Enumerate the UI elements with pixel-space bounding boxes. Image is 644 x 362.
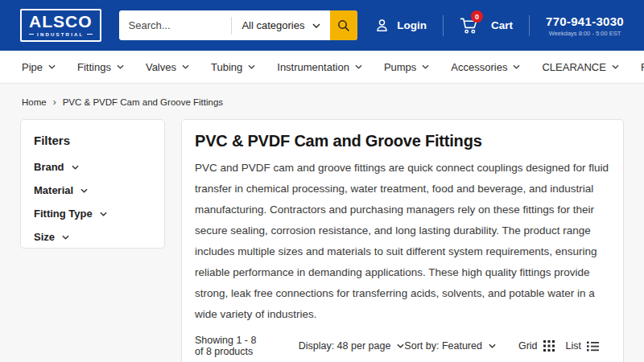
cart-count-badge: 0 <box>471 10 483 23</box>
filters-title: Filters <box>34 134 151 147</box>
chevron-down-icon <box>612 64 619 69</box>
listing-toolbar: Showing 1 - 8 of 8 products Display: 48 … <box>195 325 610 362</box>
logo-rule-left <box>29 34 34 35</box>
chevron-down-icon <box>397 343 404 348</box>
sort-by-label: Sort by: Featured <box>404 340 482 352</box>
phone-block[interactable]: 770-941-3030 Weekdays 8:00 - 5:00 EST <box>546 14 624 37</box>
nav-item-label: Tubing <box>211 61 242 73</box>
nav-item-label: Pumps <box>384 61 416 73</box>
nav-item-accessories[interactable]: Accessories <box>451 61 520 73</box>
login-button[interactable]: Login <box>374 18 427 33</box>
chevron-down-icon <box>312 23 320 28</box>
display-per-page-label: Display: 48 per page <box>299 340 391 352</box>
filter-group-label: Brand <box>34 161 64 173</box>
logo-subtext-row: INDUSTRIAL <box>29 32 93 37</box>
user-icon <box>374 18 390 33</box>
list-view-button[interactable]: List <box>566 340 599 352</box>
category-description: PVC and PVDF cam and groove fittings are… <box>195 158 610 325</box>
header-right: Login 0 Cart 770-941-3030 Weekdays 8:00 … <box>374 14 624 37</box>
nav-item-label: Accessories <box>451 61 507 73</box>
nav-item-valves[interactable]: Valves <box>146 61 189 73</box>
display-per-page-dropdown[interactable]: Display: 48 per page <box>299 340 405 352</box>
search-input[interactable] <box>119 10 232 40</box>
nav-item-fittings[interactable]: Fittings <box>77 61 124 73</box>
search-button[interactable] <box>330 10 357 40</box>
filter-group-label: Fitting Type <box>34 208 93 220</box>
chevron-down-icon <box>422 64 429 69</box>
category-dropdown-label: All categories <box>242 19 304 31</box>
nav-item-label: Pipe <box>22 61 43 73</box>
nav-item-pipe[interactable]: Pipe <box>22 61 56 73</box>
nav-item-pumps[interactable]: Pumps <box>384 61 429 73</box>
grid-view-icon <box>543 340 555 352</box>
filter-group-label: Material <box>34 184 73 196</box>
logo-subtext: INDUSTRIAL <box>37 32 84 37</box>
header-separator <box>529 15 530 36</box>
logo-rule-right <box>87 34 92 35</box>
cart-label: Cart <box>491 19 513 31</box>
search-bar: All categories <box>119 10 357 40</box>
results-count: Showing 1 - 8 of 8 products <box>195 335 265 357</box>
chevron-down-icon <box>72 165 79 170</box>
filter-group-material[interactable]: Material <box>34 184 151 196</box>
filter-group-fitting-type[interactable]: Fitting Type <box>34 208 151 220</box>
breadcrumb: Home › PVC & PVDF Cam and Groove Fitting… <box>0 84 644 119</box>
chevron-down-icon <box>355 64 362 69</box>
content-area: Filters Brand Material Fitting Type Size… <box>0 119 644 362</box>
chevron-down-icon <box>80 188 88 193</box>
filter-group-size[interactable]: Size <box>34 231 151 243</box>
main-nav: Pipe Fittings Valves Tubing Instrumentat… <box>0 51 644 84</box>
filters-panel: Filters Brand Material Fitting Type Size <box>20 119 165 249</box>
grid-view-button[interactable]: Grid <box>518 340 555 352</box>
list-view-label: List <box>566 340 581 352</box>
breadcrumb-separator: › <box>53 97 56 108</box>
chevron-down-icon <box>117 64 124 69</box>
header-separator <box>443 15 444 36</box>
chevron-down-icon <box>182 64 189 69</box>
nav-item-clearance[interactable]: CLEARANCE <box>542 61 618 73</box>
nav-item-label: Fittings <box>77 61 111 73</box>
breadcrumb-home-link[interactable]: Home <box>22 97 47 107</box>
nav-item-free-shipping[interactable]: FREE SHIPPING <box>641 61 644 73</box>
chevron-down-icon <box>48 64 56 69</box>
chevron-down-icon <box>100 212 107 216</box>
grid-view-label: Grid <box>518 340 538 352</box>
logo-text: ALSCO <box>29 13 93 31</box>
chevron-down-icon <box>513 64 520 69</box>
nav-item-label: Valves <box>146 61 176 73</box>
chevron-down-icon <box>62 235 69 240</box>
nav-item-label: Instrumentation <box>277 61 349 73</box>
chevron-down-icon <box>489 343 496 348</box>
category-panel: PVC & PVDF Cam and Groove Fittings PVC a… <box>181 119 624 362</box>
site-header: ALSCO INDUSTRIAL All categories Login <box>0 0 644 51</box>
page-title: PVC & PVDF Cam and Groove Fittings <box>195 132 610 150</box>
list-view-icon <box>587 341 599 352</box>
nav-item-label: CLEARANCE <box>542 61 605 73</box>
cart-button[interactable]: 0 Cart <box>460 16 513 35</box>
nav-item-tubing[interactable]: Tubing <box>211 61 255 73</box>
site-logo[interactable]: ALSCO INDUSTRIAL <box>20 9 101 41</box>
chevron-down-icon <box>248 64 255 69</box>
phone-number: 770-941-3030 <box>546 14 624 28</box>
filter-group-label: Size <box>34 231 55 243</box>
filter-group-brand[interactable]: Brand <box>34 161 151 173</box>
search-icon <box>336 19 351 33</box>
nav-item-instrumentation[interactable]: Instrumentation <box>277 61 362 73</box>
breadcrumb-current: PVC & PVDF Cam and Groove Fittings <box>63 97 223 107</box>
sort-by-dropdown[interactable]: Sort by: Featured <box>404 340 496 352</box>
phone-hours: Weekdays 8:00 - 5:00 EST <box>546 30 624 37</box>
login-label: Login <box>397 19 427 31</box>
nav-item-label: FREE SHIPPING <box>641 61 644 73</box>
category-dropdown[interactable]: All categories <box>232 10 329 40</box>
